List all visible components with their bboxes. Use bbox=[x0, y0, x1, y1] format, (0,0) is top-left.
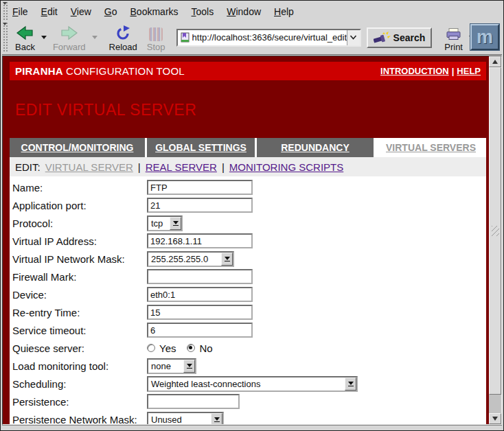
scrollbar-thumb[interactable] bbox=[489, 67, 501, 395]
form-row-persistence: Persistence: bbox=[12, 393, 486, 410]
page-title: EDIT VIRTUAL SERVER bbox=[10, 80, 486, 119]
menu-view[interactable]: View bbox=[71, 6, 91, 17]
field-label: Application port: bbox=[12, 200, 147, 211]
introduction-link[interactable]: INTRODUCTION bbox=[380, 66, 449, 76]
subnav-separator: | bbox=[138, 161, 141, 173]
tab-redundancy[interactable]: REDUNDANCY bbox=[257, 138, 374, 157]
field-label: Persistence Network Mask: bbox=[12, 414, 147, 426]
menu-window[interactable]: Window bbox=[227, 6, 261, 17]
scroll-down-button[interactable] bbox=[489, 413, 501, 424]
tab-bar: CONTROL/MONITORING GLOBAL SETTINGS REDUN… bbox=[10, 138, 486, 157]
protocol-select[interactable]: tcp bbox=[147, 216, 183, 231]
select-arrow-icon bbox=[221, 253, 233, 266]
select-arrow-icon bbox=[170, 217, 181, 230]
select-arrow-icon bbox=[183, 360, 195, 373]
select-arrow-icon bbox=[345, 377, 356, 391]
subnav-virtual-server[interactable]: VIRTUAL SERVER bbox=[45, 161, 133, 173]
persistence-field[interactable] bbox=[147, 394, 240, 409]
back-button[interactable]: Back bbox=[12, 23, 38, 53]
back-dropdown-arrow[interactable] bbox=[41, 36, 47, 39]
bookmark-icon[interactable] bbox=[178, 32, 192, 43]
back-icon bbox=[16, 25, 34, 41]
load-monitoring-select[interactable]: none bbox=[147, 358, 196, 374]
status-bar bbox=[2, 425, 502, 429]
url-input[interactable] bbox=[192, 31, 347, 45]
reload-button[interactable]: Reload bbox=[106, 23, 140, 53]
url-dropdown-button[interactable] bbox=[347, 30, 360, 45]
virtual-ip-field[interactable] bbox=[147, 233, 253, 248]
field-label: Firewall Mark: bbox=[12, 271, 147, 283]
forward-dropdown-arrow[interactable] bbox=[92, 36, 98, 39]
vertical-scrollbar[interactable] bbox=[489, 56, 501, 424]
quiesce-no-radio[interactable] bbox=[187, 344, 195, 352]
page-viewport: PIRANHA CONFIGURATION TOOL INTRODUCTION|… bbox=[2, 56, 502, 425]
quiesce-yes-label: Yes bbox=[159, 342, 176, 354]
tab-global-settings[interactable]: GLOBAL SETTINGS bbox=[147, 138, 255, 157]
forward-button[interactable]: Forward bbox=[50, 23, 89, 53]
form-row-firewall-mark: Firewall Mark: bbox=[12, 268, 486, 286]
scheduling-select[interactable]: Weighted least-connections bbox=[147, 376, 358, 392]
arrow-down-icon bbox=[492, 417, 498, 421]
form-row-device: Device: bbox=[12, 286, 486, 303]
field-label: Load monitoring tool: bbox=[12, 360, 147, 372]
reentry-time-field[interactable] bbox=[147, 305, 253, 320]
select-arrow-icon bbox=[211, 413, 222, 426]
form-row-protocol: Protocol: tcp bbox=[12, 214, 486, 232]
browser-window: File Edit View Go Bookmarks Tools Window… bbox=[0, 0, 504, 431]
banner-brand: PIRANHA CONFIGURATION TOOL bbox=[15, 65, 185, 77]
form-row-name: Name: bbox=[12, 178, 486, 196]
service-timeout-field[interactable] bbox=[147, 323, 253, 338]
mozilla-logo-button[interactable]: m bbox=[470, 24, 499, 50]
firewall-mark-field[interactable] bbox=[147, 269, 253, 284]
virtual-ip-mask-select[interactable]: 255.255.255.0 bbox=[147, 251, 234, 267]
menu-bookmarks[interactable]: Bookmarks bbox=[130, 6, 179, 17]
forward-icon bbox=[60, 25, 78, 41]
title-area: EDIT VIRTUAL SERVER bbox=[10, 80, 486, 138]
name-field[interactable] bbox=[147, 180, 253, 195]
tab-virtual-servers[interactable]: VIRTUAL SERVERS bbox=[376, 138, 486, 157]
url-bar bbox=[176, 29, 361, 47]
application-port-field[interactable] bbox=[147, 198, 253, 213]
field-label: Persistence: bbox=[12, 396, 147, 408]
form-row-virtual-ip-mask: Virtual IP Network Mask: 255.255.255.0 bbox=[12, 250, 486, 268]
search-flashlight-icon bbox=[374, 32, 391, 44]
virtual-server-form: Name: Application port: Protocol: tcp Vi… bbox=[10, 176, 486, 425]
form-row-application-port: Application port: bbox=[12, 196, 486, 214]
persistence-mask-select[interactable]: Unused bbox=[147, 412, 224, 426]
stop-icon bbox=[149, 27, 163, 41]
navigation-toolbar: Back Forward Reload Stop bbox=[2, 21, 502, 55]
nav-toolbar-grippy[interactable] bbox=[2, 23, 8, 53]
subnav-monitoring-scripts[interactable]: MONITORING SCRIPTS bbox=[229, 161, 343, 173]
menu-file[interactable]: File bbox=[12, 6, 28, 17]
piranha-banner: PIRANHA CONFIGURATION TOOL INTRODUCTION|… bbox=[10, 62, 486, 80]
search-button[interactable]: Search bbox=[367, 27, 433, 48]
tab-control-monitoring[interactable]: CONTROL/MONITORING bbox=[10, 138, 145, 157]
scroll-up-button[interactable] bbox=[489, 56, 501, 67]
field-label: Protocol: bbox=[12, 218, 147, 229]
quiesce-yes-radio[interactable] bbox=[147, 344, 155, 352]
device-field[interactable] bbox=[147, 287, 253, 302]
menu-go[interactable]: Go bbox=[104, 6, 117, 17]
banner-links: INTRODUCTION|HELP bbox=[380, 66, 481, 76]
print-icon bbox=[446, 28, 461, 41]
field-label: Quiesce server: bbox=[12, 342, 147, 354]
page-content: PIRANHA CONFIGURATION TOOL INTRODUCTION|… bbox=[10, 62, 486, 424]
subnav-real-server[interactable]: REAL SERVER bbox=[146, 161, 217, 173]
form-row-persistence-mask: Persistence Network Mask: Unused bbox=[12, 410, 486, 425]
help-link[interactable]: HELP bbox=[457, 66, 481, 76]
edit-subnav: EDIT: VIRTUAL SERVER | REAL SERVER | MON… bbox=[10, 157, 486, 176]
field-label: Scheduling: bbox=[12, 378, 147, 390]
grippy-arrow-icon bbox=[3, 2, 7, 5]
stop-button[interactable]: Stop bbox=[144, 23, 168, 53]
form-row-load-monitoring: Load monitoring tool: none bbox=[12, 357, 486, 375]
menu-tools[interactable]: Tools bbox=[192, 6, 214, 17]
toolbar-grippy[interactable] bbox=[2, 2, 8, 21]
form-row-service-timeout: Service timeout: bbox=[12, 321, 486, 339]
arrow-up-icon bbox=[492, 60, 498, 64]
menu-help[interactable]: Help bbox=[274, 6, 294, 17]
subnav-separator: | bbox=[222, 161, 225, 173]
print-button[interactable]: Print bbox=[442, 23, 466, 53]
menu-edit[interactable]: Edit bbox=[41, 6, 58, 17]
field-label: Virtual IP Network Mask: bbox=[12, 253, 147, 265]
field-label: Re-entry Time: bbox=[12, 307, 147, 318]
